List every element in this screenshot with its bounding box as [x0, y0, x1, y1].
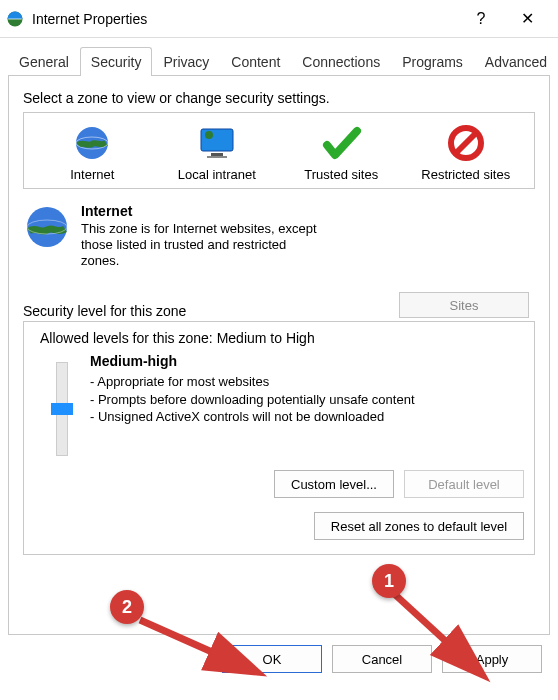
level-bullet: Appropriate for most websites	[90, 373, 524, 391]
security-level-box: Allowed levels for this zone: Medium to …	[23, 321, 535, 555]
reset-zones-button[interactable]: Reset all zones to default level	[314, 512, 524, 540]
level-bullets: Appropriate for most websites Prompts be…	[90, 373, 524, 426]
sites-button: Sites	[399, 292, 529, 318]
zone-label: Trusted sites	[304, 167, 378, 182]
svg-line-10	[456, 133, 476, 153]
app-icon	[6, 10, 24, 28]
tab-general[interactable]: General	[8, 47, 80, 76]
security-level-slider[interactable]	[56, 362, 68, 456]
globe-icon	[68, 123, 116, 163]
no-entry-icon	[442, 123, 490, 163]
level-bullet: Unsigned ActiveX controls will not be do…	[90, 408, 524, 426]
svg-point-8	[205, 131, 213, 139]
apply-button[interactable]: Apply	[442, 645, 542, 673]
zone-selector[interactable]: Internet Local intranet Trusted sites	[23, 112, 535, 189]
tab-connections[interactable]: Connections	[291, 47, 391, 76]
tab-privacy[interactable]: Privacy	[152, 47, 220, 76]
security-panel: Select a zone to view or change security…	[8, 75, 550, 635]
tab-security[interactable]: Security	[80, 47, 153, 76]
selected-zone-desc: This zone is for Internet websites, exce…	[81, 221, 321, 270]
zone-label: Internet	[70, 167, 114, 182]
tab-advanced[interactable]: Advanced	[474, 47, 558, 76]
tab-programs[interactable]: Programs	[391, 47, 474, 76]
zone-instruction: Select a zone to view or change security…	[23, 90, 535, 106]
svg-rect-4	[201, 129, 233, 151]
ok-button[interactable]: OK	[222, 645, 322, 673]
close-button[interactable]: ✕	[504, 1, 550, 37]
zone-label: Restricted sites	[421, 167, 510, 182]
tab-bar: General Security Privacy Content Connect…	[0, 38, 558, 75]
custom-level-button[interactable]: Custom level...	[274, 470, 394, 498]
slider-thumb[interactable]	[51, 403, 73, 415]
zone-internet[interactable]: Internet	[37, 123, 147, 182]
zone-description: Internet This zone is for Internet websi…	[23, 203, 535, 269]
svg-rect-6	[211, 153, 223, 156]
default-level-button: Default level	[404, 470, 524, 498]
globe-icon	[23, 203, 71, 251]
help-button[interactable]: ?	[458, 1, 504, 37]
monitor-icon	[193, 123, 241, 163]
svg-rect-1	[8, 18, 22, 20]
window-title: Internet Properties	[32, 11, 147, 27]
checkmark-icon	[317, 123, 365, 163]
zone-label: Local intranet	[178, 167, 256, 182]
annotation-badge-2: 2	[110, 590, 144, 624]
level-bullet: Prompts before downloading potentially u…	[90, 391, 524, 409]
allowed-levels-text: Allowed levels for this zone: Medium to …	[40, 330, 524, 346]
zone-trusted-sites[interactable]: Trusted sites	[286, 123, 396, 182]
svg-rect-7	[207, 156, 227, 158]
zone-restricted-sites[interactable]: Restricted sites	[411, 123, 521, 182]
selected-zone-name: Internet	[81, 203, 535, 221]
level-name: Medium-high	[90, 352, 524, 371]
title-bar: Internet Properties ? ✕	[0, 0, 558, 38]
tab-content[interactable]: Content	[220, 47, 291, 76]
zone-local-intranet[interactable]: Local intranet	[162, 123, 272, 182]
annotation-badge-1: 1	[372, 564, 406, 598]
cancel-button[interactable]: Cancel	[332, 645, 432, 673]
dialog-buttons: OK Cancel Apply	[0, 635, 558, 685]
